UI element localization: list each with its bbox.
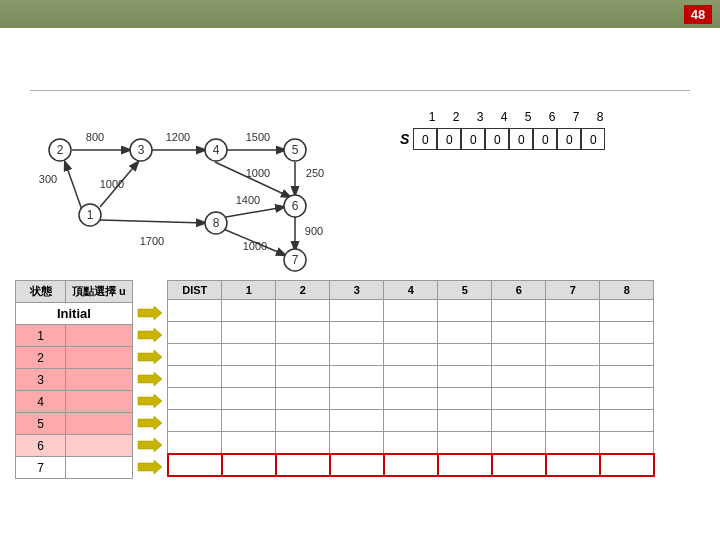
svg-text:4: 4 [213, 143, 220, 157]
dist-cell-5-2 [330, 410, 384, 432]
dist-cell-1-0 [222, 322, 276, 344]
s-col-7: 7 [564, 110, 588, 124]
dist-cell-0-6 [546, 300, 600, 322]
s-cell-3: 0 [461, 128, 485, 150]
dist-cell-2-2 [330, 344, 384, 366]
arrow-cell-4 [135, 390, 165, 412]
svg-marker-41 [138, 372, 162, 386]
slide-number: 48 [684, 5, 712, 24]
svg-marker-40 [138, 350, 162, 364]
top-bar: 48 [0, 0, 720, 28]
state-vertex-table: 状態 頂點選擇 u Initial1234567 [15, 280, 133, 479]
dist-cell-3-6 [546, 366, 600, 388]
dist-cell-5-6 [546, 410, 600, 432]
dist-cell-2-6 [546, 344, 600, 366]
svg-text:900: 900 [305, 225, 323, 237]
dist-cell-5-7 [600, 410, 654, 432]
state-cell-6: 6 [16, 435, 66, 457]
dist-row-0 [168, 300, 654, 322]
dist-cell-1-6 [546, 322, 600, 344]
dist-cell-1-1 [276, 322, 330, 344]
vertex-header: 頂點選擇 u [66, 281, 133, 303]
dist-cell-1-2 [330, 322, 384, 344]
dist-row-1 [168, 322, 654, 344]
s-cell-5: 0 [509, 128, 533, 150]
dist-cell-2-1 [276, 344, 330, 366]
s-array-area: 1 2 3 4 5 6 7 8 S 0 0 0 0 0 0 0 0 [400, 110, 700, 150]
table-area: 状態 頂點選擇 u Initial1234567 [15, 280, 705, 479]
dist-cell-3-4 [438, 366, 492, 388]
s-col-8: 8 [588, 110, 612, 124]
arrow-column [135, 280, 165, 478]
svg-marker-43 [138, 416, 162, 430]
state-cell-5: 5 [16, 413, 66, 435]
dist-col-3: 3 [330, 281, 384, 300]
svg-marker-44 [138, 438, 162, 452]
s-cell-4: 0 [485, 128, 509, 150]
dist-cell-1-7 [600, 322, 654, 344]
dist-cell-7-1 [276, 454, 330, 476]
dist-table: DIST 1 2 3 4 5 6 7 8 [167, 280, 655, 477]
arrow-cell-6 [135, 434, 165, 456]
svg-marker-38 [138, 306, 162, 320]
s-cell-1: 0 [413, 128, 437, 150]
dist-cell-4-6 [546, 388, 600, 410]
s-col-1: 1 [420, 110, 444, 124]
dist-label-3 [168, 366, 222, 388]
dist-col-5: 5 [438, 281, 492, 300]
state-cell-3: 3 [16, 369, 66, 391]
dist-row-3 [168, 366, 654, 388]
svg-text:1000: 1000 [100, 178, 124, 190]
dist-cell-0-1 [276, 300, 330, 322]
dist-cell-4-5 [492, 388, 546, 410]
divider [30, 90, 690, 91]
dist-cell-7-3 [384, 454, 438, 476]
vertex-cell-7 [66, 457, 133, 479]
s-array-header: 1 2 3 4 5 6 7 8 [420, 110, 700, 124]
dist-cell-7-7 [600, 454, 654, 476]
dist-col-8: 8 [600, 281, 654, 300]
state-cell-4: 4 [16, 391, 66, 413]
svg-marker-39 [138, 328, 162, 342]
dist-cell-0-3 [384, 300, 438, 322]
vertex-cell-1 [66, 325, 133, 347]
dist-cell-5-3 [384, 410, 438, 432]
dist-label-0 [168, 300, 222, 322]
dist-cell-4-0 [222, 388, 276, 410]
dist-cell-6-7 [600, 432, 654, 454]
dist-label-6 [168, 432, 222, 454]
svg-text:300: 300 [39, 173, 57, 185]
dist-label-4 [168, 388, 222, 410]
s-col-3: 3 [468, 110, 492, 124]
svg-text:8: 8 [213, 216, 220, 230]
dist-cell-5-4 [438, 410, 492, 432]
state-cell-2: 2 [16, 347, 66, 369]
dist-cell-0-5 [492, 300, 546, 322]
dist-cell-1-3 [384, 322, 438, 344]
dist-cell-3-0 [222, 366, 276, 388]
dist-cell-0-0 [222, 300, 276, 322]
dist-label-2 [168, 344, 222, 366]
s-col-5: 5 [516, 110, 540, 124]
s-array-container: S 0 0 0 0 0 0 0 0 [400, 128, 700, 150]
dist-cell-7-2 [330, 454, 384, 476]
vertex-cell-5 [66, 413, 133, 435]
dist-cell-7-0 [222, 454, 276, 476]
state-cell-1: 1 [16, 325, 66, 347]
arrow-cell-1 [135, 324, 165, 346]
dist-cell-2-3 [384, 344, 438, 366]
dist-cell-0-7 [600, 300, 654, 322]
svg-line-6 [226, 207, 284, 217]
dist-row-2 [168, 344, 654, 366]
vertex-cell-3 [66, 369, 133, 391]
dist-cell-3-3 [384, 366, 438, 388]
svg-text:1: 1 [87, 208, 94, 222]
dist-cell-6-6 [546, 432, 600, 454]
dist-cell-2-5 [492, 344, 546, 366]
vertex-cell-4 [66, 391, 133, 413]
arrow-cell-2 [135, 346, 165, 368]
dist-row-5 [168, 410, 654, 432]
s-cell-7: 0 [557, 128, 581, 150]
dist-label-7 [168, 454, 222, 476]
svg-text:3: 3 [138, 143, 145, 157]
